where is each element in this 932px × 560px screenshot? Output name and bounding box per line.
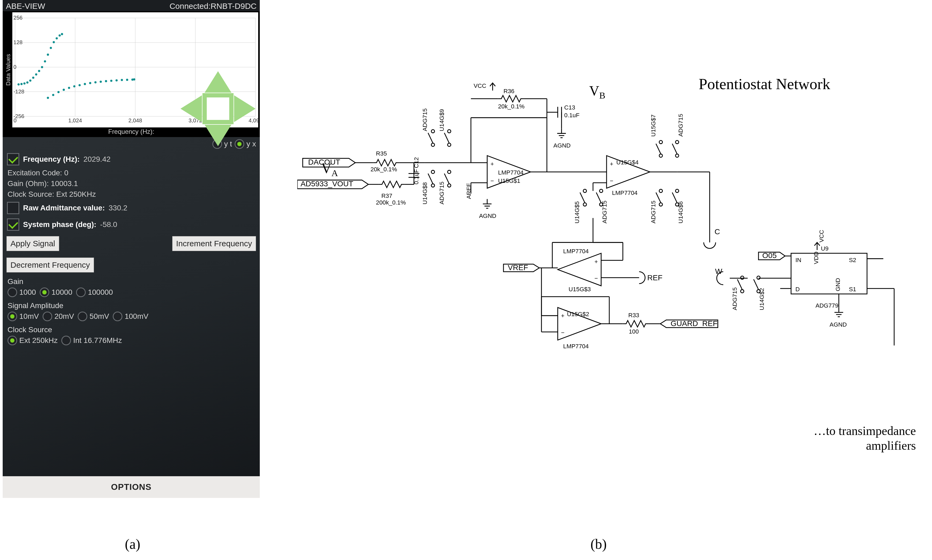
svg-point-33	[53, 41, 55, 43]
svg-point-54	[133, 78, 135, 81]
svg-point-39	[57, 91, 60, 93]
panel-b: Potentiostat Network VA VB .w { stroke:#…	[265, 0, 932, 560]
raw-admittance-value: 330.2	[108, 204, 127, 212]
dpad-left-icon[interactable]	[180, 95, 202, 122]
svg-text:U14G$6: U14G$6	[677, 201, 684, 223]
svg-text:U14G$5: U14G$5	[574, 201, 580, 223]
svg-text:IN: IN	[795, 257, 801, 263]
svg-text:AGND: AGND	[830, 321, 847, 328]
svg-text:VDD: VDD	[813, 252, 820, 264]
svg-point-48	[105, 80, 107, 82]
svg-text:R36: R36	[504, 88, 515, 94]
frequency-label: Frequency (Hz):	[23, 155, 80, 163]
svg-point-42	[73, 85, 75, 87]
svg-point-23	[23, 82, 25, 85]
panel-a: ABE-VIEW Connected:RNBT-D9DC Data Values…	[0, 0, 265, 560]
svg-text:0: 0	[14, 117, 17, 123]
svg-text:U15G$7: U15G$7	[650, 115, 657, 137]
svg-point-52	[126, 79, 128, 81]
svg-text:O05: O05	[762, 251, 777, 260]
radio-clk-int[interactable]: Int 16.776MHz	[61, 336, 122, 345]
dpad-up-icon[interactable]	[205, 71, 231, 92]
radio-dot-icon	[40, 288, 49, 297]
svg-text:2,048: 2,048	[128, 117, 142, 123]
svg-text:C12: C12	[413, 157, 420, 168]
schematic-svg: .w { stroke:#000; stroke-width:3; fill:n…	[297, 80, 921, 421]
dpad-down-icon[interactable]	[205, 125, 231, 146]
svg-text:LMP7704: LMP7704	[498, 169, 524, 176]
system-phase-value: -58.0	[100, 220, 117, 229]
svg-text:LMP7704: LMP7704	[612, 189, 638, 196]
apply-signal-button[interactable]: Apply Signal	[6, 236, 59, 251]
svg-point-41	[68, 87, 70, 89]
svg-text:S2: S2	[849, 257, 856, 263]
svg-text:ADG715: ADG715	[601, 200, 608, 223]
svg-point-35	[59, 34, 61, 36]
radio-amp-100mv[interactable]: 100mV	[113, 312, 148, 321]
svg-text:-128: -128	[13, 89, 25, 94]
radio-gain-100000[interactable]: 100000	[76, 288, 113, 297]
svg-point-31	[47, 54, 49, 56]
svg-point-27	[35, 73, 37, 75]
svg-text:20k_0.1%: 20k_0.1%	[371, 166, 397, 173]
svg-point-44	[84, 83, 86, 85]
svg-text:GUARD_REF: GUARD_REF	[671, 319, 718, 328]
svg-point-22	[20, 83, 23, 85]
svg-point-37	[47, 97, 49, 99]
system-phase-label: System phase (deg):	[23, 220, 96, 229]
schematic-caption: …to transimpedance amplifiers	[813, 423, 916, 453]
action-row-2: Decrement Frequency	[3, 254, 260, 276]
radio-gain-10000[interactable]: 10000	[40, 288, 72, 297]
checkbox-phase[interactable]	[7, 218, 19, 231]
svg-text:U14G$2: U14G$2	[758, 288, 765, 310]
raw-admittance-row: Raw Admittance value: 330.2	[3, 200, 260, 216]
increment-frequency-button[interactable]: Increment Frequency	[172, 236, 256, 251]
svg-text:U15G$4: U15G$4	[616, 159, 638, 166]
svg-text:100: 100	[629, 328, 639, 335]
svg-text:GND: GND	[835, 278, 841, 291]
dpad-navigator[interactable]	[183, 74, 253, 143]
svg-text:0.1uF: 0.1uF	[413, 169, 420, 185]
radio-dot-icon	[78, 312, 87, 321]
svg-text:VCC: VCC	[473, 82, 486, 89]
svg-point-28	[38, 70, 40, 72]
svg-point-49	[110, 80, 112, 82]
svg-text:R35: R35	[376, 150, 387, 157]
radio-amp-10mv[interactable]: 10mV	[8, 312, 39, 321]
svg-text:1,024: 1,024	[68, 117, 82, 123]
svg-text:0: 0	[13, 64, 16, 70]
svg-text:20k_0.1%: 20k_0.1%	[498, 103, 525, 110]
radio-amp-50mv[interactable]: 50mV	[78, 312, 109, 321]
svg-text:AD5933_VOUT: AD5933_VOUT	[300, 179, 353, 188]
radio-dot-icon	[61, 336, 71, 345]
dpad-center-icon[interactable]	[202, 93, 234, 124]
svg-point-50	[116, 79, 117, 82]
svg-text:VCC: VCC	[818, 230, 825, 243]
svg-point-38	[52, 94, 54, 96]
clock-options: Ext 250kHz Int 16.776MHz	[3, 335, 260, 348]
radio-amp-20mv[interactable]: 20mV	[43, 312, 74, 321]
svg-text:U9: U9	[821, 245, 828, 252]
options-bar[interactable]: OPTIONS	[3, 476, 260, 498]
checkbox-admittance[interactable]	[7, 202, 19, 214]
decrement-frequency-button[interactable]: Decrement Frequency	[6, 257, 94, 272]
checkbox-frequency[interactable]	[7, 153, 19, 165]
system-phase-row: System phase (deg): -58.0	[3, 216, 260, 233]
subfigure-label-a: (a)	[125, 536, 140, 552]
svg-point-21	[17, 83, 20, 85]
svg-text:U15G$1: U15G$1	[498, 177, 521, 184]
radio-clk-ext[interactable]: Ext 250kHz	[8, 336, 58, 345]
radio-gain-1000[interactable]: 1000	[8, 288, 36, 297]
gain-ohm-row: Gain (Ohm): 10003.1	[3, 178, 260, 189]
svg-point-40	[63, 89, 65, 91]
svg-point-46	[94, 81, 96, 83]
app-title: ABE-VIEW	[6, 2, 45, 11]
excitation-row: Excitation Code: 0	[3, 168, 260, 178]
svg-text:U15G$3: U15G$3	[568, 286, 591, 292]
svg-text:U15G$2: U15G$2	[567, 311, 589, 317]
frequency-value: 2029.42	[83, 155, 111, 163]
port-vref: VREF	[504, 263, 539, 272]
svg-text:ADG715: ADG715	[677, 114, 684, 137]
dpad-right-icon[interactable]	[234, 95, 256, 122]
svg-text:ADG715: ADG715	[438, 182, 445, 204]
